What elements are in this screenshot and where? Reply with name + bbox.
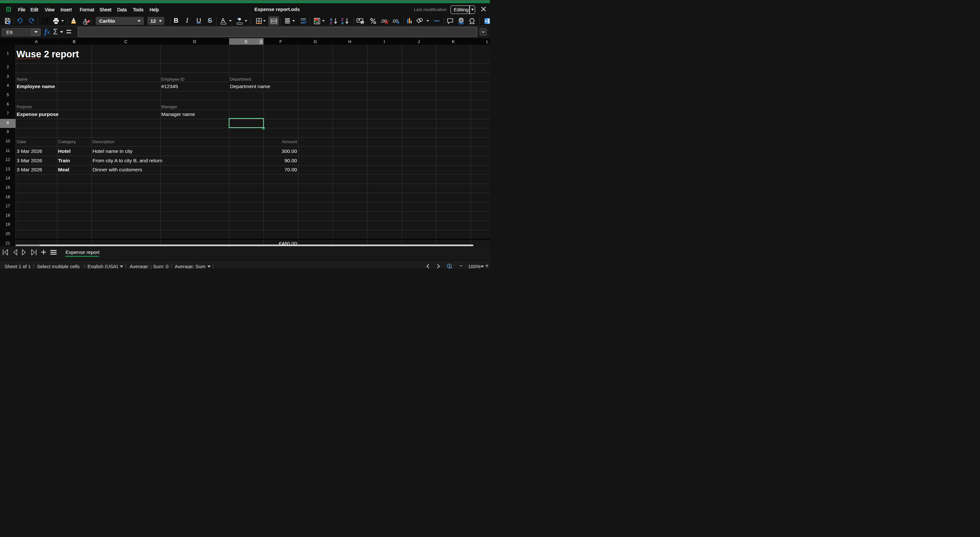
svg-text:.00: .00 — [380, 18, 387, 24]
svg-text:≠: ≠ — [316, 21, 318, 24]
svg-text:1: 1 — [449, 264, 450, 268]
svg-text:Z: Z — [330, 21, 332, 25]
svg-text:A: A — [341, 21, 344, 25]
svg-text:A: A — [83, 17, 87, 25]
svg-text:A: A — [221, 17, 225, 23]
